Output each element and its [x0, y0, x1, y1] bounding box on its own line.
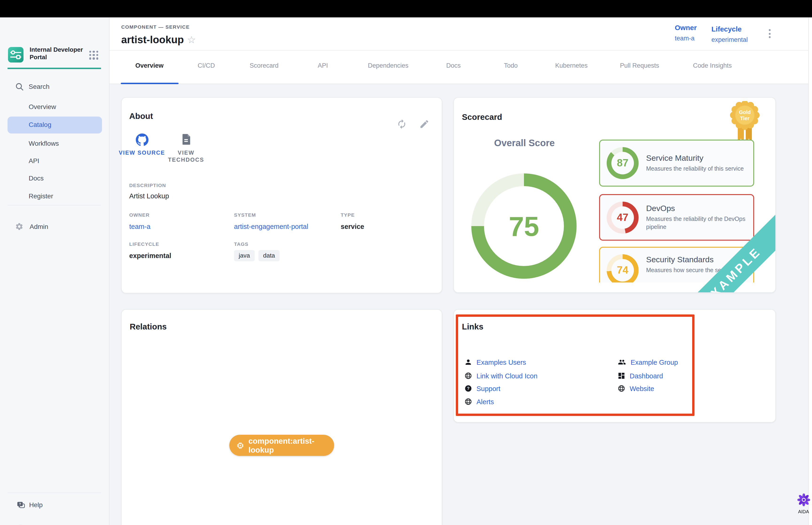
refresh-icon[interactable]: [397, 119, 407, 131]
relations-title: Relations: [130, 322, 167, 332]
edit-pencil-icon[interactable]: [419, 119, 429, 131]
brand-title: Internal Developer Portal: [30, 46, 88, 61]
help-icon: ?: [16, 500, 25, 511]
security-standards-score: 74: [607, 254, 639, 283]
tab-api[interactable]: API: [318, 56, 328, 75]
links-card: Links Examples Users Link with Cloud Ico…: [454, 309, 776, 422]
tab-kubernetes[interactable]: Kubernetes: [555, 56, 588, 75]
sidebar-item-admin[interactable]: Admin: [30, 223, 48, 230]
relations-node[interactable]: component:artist-lookup: [229, 435, 334, 456]
relations-card: Relations component:artist-lookup: [121, 309, 442, 525]
link-support[interactable]: ? Support: [464, 385, 501, 392]
scorecard-card: Scorecard Gold Tier Overall Score 75 87: [454, 97, 776, 293]
scorecard-item-devops[interactable]: 47 DevOps Measures the reliability of th…: [599, 194, 754, 241]
user-icon: [464, 358, 472, 366]
relations-node-label: component:artist-lookup: [249, 436, 334, 454]
owner-label: Owner: [675, 24, 696, 31]
screen: Internal Developer Portal Search Overvie…: [0, 0, 812, 525]
security-standards-gauge: 74: [607, 254, 639, 283]
link-label: Example Group: [631, 358, 678, 366]
about-title: About: [129, 111, 153, 121]
scorecard-item-name: Service Maturity: [646, 153, 744, 163]
more-options-icon[interactable]: [769, 29, 771, 38]
owner-field-value[interactable]: team-a: [129, 223, 150, 230]
view-techdocs-button[interactable]: VIEW TECHDOCS: [160, 149, 212, 164]
sidebar-item-overview[interactable]: Overview: [29, 102, 99, 111]
owner-value[interactable]: team-a: [675, 35, 694, 42]
globe-icon: [617, 385, 626, 392]
tab-dependencies[interactable]: Dependencies: [368, 56, 409, 75]
sidebar-item-api[interactable]: API: [29, 156, 99, 165]
app-logo-icon: [8, 47, 24, 62]
sidebar-item-help[interactable]: Help: [29, 501, 43, 509]
view-source-button[interactable]: VIEW SOURCE: [116, 149, 168, 156]
link-label: Website: [630, 385, 654, 392]
apps-grid-icon[interactable]: [89, 51, 98, 59]
type-field-label: TYPE: [341, 212, 355, 217]
service-maturity-score: 87: [607, 147, 639, 179]
lifecycle-field-value: experimental: [129, 252, 171, 259]
tab-code-insights[interactable]: Code Insights: [693, 56, 732, 75]
sidebar-bottom-divider: [7, 493, 101, 493]
tag-chip[interactable]: data: [258, 250, 280, 261]
github-icon: [136, 134, 149, 148]
overall-score-value: 75: [471, 174, 577, 279]
link-dashboard[interactable]: Dashboard: [617, 372, 663, 380]
gold-tier-badge: Gold Tier: [730, 101, 760, 144]
sidebar-item-search[interactable]: Search: [29, 82, 99, 91]
link-label: Support: [476, 385, 501, 392]
sidebar: Internal Developer Portal Search Overvie…: [0, 17, 109, 525]
search-icon: [16, 83, 24, 93]
lifecycle-value: experimental: [711, 36, 748, 43]
about-card: About VIEW SOURCE VIEW TECHDOCS DESCRIPT…: [121, 97, 442, 293]
tags-field-label: TAGS: [234, 241, 249, 247]
link-cloud[interactable]: Link with Cloud Icon: [464, 372, 538, 380]
sidebar-item-workflows[interactable]: Workflows: [29, 139, 99, 148]
sidebar-item-catalog[interactable]: Catalog: [7, 117, 102, 134]
scorecard-title: Scorecard: [462, 112, 502, 122]
system-field-label: SYSTEM: [234, 212, 256, 217]
breadcrumb: COMPONENT — SERVICE: [121, 24, 189, 30]
help-circle-icon: ?: [464, 385, 472, 392]
tab-docs[interactable]: Docs: [446, 56, 461, 75]
scrollbar-track[interactable]: [808, 17, 812, 525]
top-black-bar: [0, 0, 812, 17]
scorecard-item-desc: Measures the reliability of this service: [646, 165, 744, 173]
chip-icon: [236, 441, 245, 450]
sidebar-accent-divider: [7, 68, 101, 69]
link-label: Alerts: [476, 398, 494, 405]
sidebar-item-catalog-label: Catalog: [29, 121, 51, 128]
link-example-group[interactable]: Example Group: [617, 358, 678, 366]
aida-flower-icon: [797, 494, 810, 506]
sidebar-divider: [7, 205, 101, 205]
tab-todo[interactable]: Todo: [504, 56, 518, 75]
tag-chip[interactable]: java: [234, 250, 255, 261]
links-title: Links: [462, 322, 483, 332]
page-title: artist-lookup: [121, 34, 184, 46]
tab-scorecard[interactable]: Scorecard: [249, 56, 278, 75]
tab-overview[interactable]: Overview: [135, 56, 164, 75]
gear-icon: [15, 222, 24, 232]
active-tab-underline: [121, 83, 179, 84]
tab-pull-requests[interactable]: Pull Requests: [620, 56, 659, 75]
system-field-value[interactable]: artist-engagement-portal: [234, 223, 308, 230]
tab-cicd[interactable]: CI/CD: [198, 56, 215, 75]
link-alerts[interactable]: Alerts: [464, 397, 494, 406]
sidebar-item-register[interactable]: Register: [29, 191, 99, 201]
favorite-star-icon[interactable]: ☆: [187, 34, 196, 46]
badge-line2: Tier: [740, 115, 750, 121]
globe-icon: [464, 372, 472, 380]
techdocs-icon: [180, 133, 192, 147]
overall-score-label: Overall Score: [454, 138, 595, 149]
link-examples-users[interactable]: Examples Users: [464, 358, 526, 366]
link-label: Dashboard: [630, 372, 663, 379]
devops-score: 47: [607, 201, 639, 234]
sidebar-item-docs[interactable]: Docs: [29, 174, 99, 183]
scorecard-item-name: Security Standards: [646, 255, 723, 265]
description-value: Artist Lookup: [129, 192, 169, 200]
scorecard-item-service-maturity[interactable]: 87 Service Maturity Measures the reliabi…: [599, 139, 754, 186]
link-website[interactable]: Website: [617, 385, 654, 392]
link-label: Examples Users: [476, 358, 526, 366]
tags-list: javadata: [234, 250, 284, 261]
type-field-value: service: [341, 223, 364, 230]
